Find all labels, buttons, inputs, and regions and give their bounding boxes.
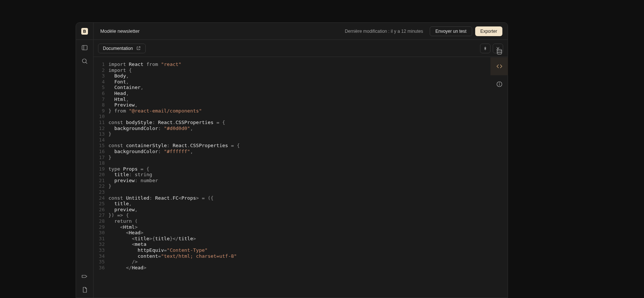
app-logo[interactable]: B — [81, 28, 88, 35]
svg-point-8 — [499, 83, 499, 83]
last-modified-value: il y a 12 minutes — [391, 29, 423, 34]
svg-line-3 — [86, 62, 87, 63]
last-modified-label: Dernière modification : — [345, 29, 389, 34]
collapse-button[interactable] — [480, 44, 490, 53]
search-icon — [81, 58, 88, 64]
code-toolbar: Documentation — [94, 40, 508, 57]
panel-toggle-button[interactable] — [81, 44, 88, 51]
left-sidebar — [76, 40, 94, 298]
documentation-button[interactable]: Documentation — [98, 44, 146, 53]
database-icon — [496, 48, 503, 55]
collapse-icon — [483, 46, 488, 51]
external-link-icon — [136, 46, 141, 51]
documentation-label: Documentation — [103, 46, 133, 51]
line-gutter: 1234567891011121314151617181920212223242… — [94, 61, 108, 298]
page-title: Modèle newsletter — [100, 28, 140, 34]
tag-button[interactable] — [81, 273, 88, 280]
search-button[interactable] — [81, 58, 88, 64]
export-button[interactable]: Exporter — [475, 26, 502, 36]
code-content: import React from "react"import { Body, … — [108, 61, 508, 298]
last-modified: Dernière modification : il y a 12 minute… — [345, 29, 423, 34]
info-icon — [496, 81, 503, 88]
data-tab[interactable] — [490, 43, 508, 61]
main-panel: Documentation 12345678910111213141516171… — [94, 40, 508, 298]
file-icon — [81, 286, 88, 293]
tag-icon — [81, 273, 88, 280]
code-icon — [496, 63, 503, 70]
code-editor[interactable]: 1234567891011121314151617181920212223242… — [94, 57, 508, 298]
info-tab[interactable] — [490, 75, 508, 93]
app-header: B Modèle newsletter Dernière modificatio… — [76, 23, 508, 40]
sidebar-icon — [81, 44, 88, 51]
svg-point-2 — [82, 59, 86, 63]
svg-rect-0 — [82, 45, 87, 50]
file-button[interactable] — [81, 286, 88, 293]
header-divider — [93, 23, 94, 40]
send-test-button[interactable]: Envoyer un test — [430, 26, 472, 36]
svg-point-9 — [497, 49, 502, 51]
right-sidebar — [490, 39, 508, 93]
